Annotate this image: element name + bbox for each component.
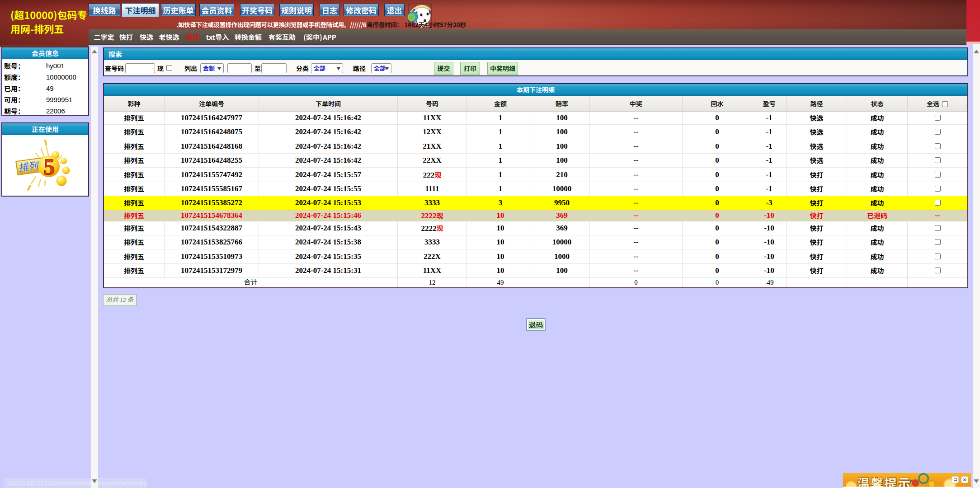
svg-text:排列: 排列 bbox=[17, 157, 41, 174]
svg-text:5: 5 bbox=[44, 154, 55, 179]
